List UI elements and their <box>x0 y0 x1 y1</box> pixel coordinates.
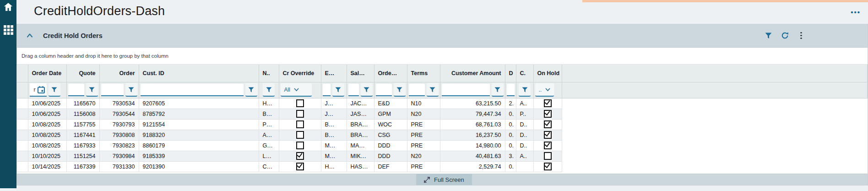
cell-on-hold[interactable] <box>533 151 562 161</box>
row-indicator[interactable] <box>17 98 28 109</box>
cell-orde[interactable]: DDD <box>374 140 407 151</box>
overflow-menu-icon[interactable]: ••• <box>851 8 861 16</box>
cell-sal[interactable]: BRA… <box>347 119 374 130</box>
cell-cust-id[interactable]: 9121554 <box>139 119 259 130</box>
on-hold-checkbox[interactable] <box>544 142 552 149</box>
cell-terms[interactable]: N20 <box>407 109 440 119</box>
cell-cr-override[interactable] <box>279 151 321 161</box>
kebab-menu-button[interactable] <box>797 32 805 40</box>
cell-order[interactable]: 7930823 <box>99 140 139 151</box>
row-indicator[interactable] <box>17 151 28 161</box>
header-order-date[interactable]: Order Date <box>28 65 66 82</box>
cell-order-date[interactable]: 10/08/2025 <box>28 140 66 151</box>
sal-filter-input[interactable] <box>348 84 359 96</box>
cell-orde[interactable]: CSG <box>374 130 407 140</box>
cell-cust-id[interactable]: 9188320 <box>139 130 259 140</box>
cell-order-date[interactable]: 10/06/2025 <box>28 98 66 109</box>
cell-cr-override[interactable] <box>279 140 321 151</box>
cell-n[interactable]: B… <box>259 109 279 119</box>
order-date-funnel-button[interactable] <box>49 83 60 97</box>
e-funnel-button[interactable] <box>332 83 344 97</box>
on-hold-filter-select[interactable]: .. <box>535 83 554 97</box>
header-customer-amount[interactable]: Customer Amount <box>440 65 505 82</box>
cell-cust-id[interactable]: 9201390 <box>139 161 259 172</box>
cell-customer-amount[interactable]: 14,980.00 <box>440 140 505 151</box>
cell-d[interactable]: 2. <box>505 98 516 109</box>
cell-order-date[interactable]: 10/08/2025 <box>28 119 66 130</box>
header-order[interactable]: Order <box>99 65 139 82</box>
cell-orde[interactable]: E&D <box>374 98 407 109</box>
cell-customer-amount[interactable]: 40,481.63 <box>440 151 505 161</box>
header-d[interactable]: D <box>505 65 516 82</box>
on-hold-checkbox[interactable] <box>544 99 552 107</box>
cell-order[interactable]: 7930534 <box>99 98 139 109</box>
cell-c[interactable]: P.. <box>516 109 533 119</box>
d-filter-input[interactable] <box>507 84 515 96</box>
cell-cust-id[interactable]: 8785792 <box>139 109 259 119</box>
header-on-hold[interactable]: On Hold <box>533 65 562 82</box>
cell-c[interactable]: A.. <box>516 151 533 161</box>
cell-c[interactable] <box>516 161 533 172</box>
cell-e[interactable]: H… <box>321 161 347 172</box>
cell-terms[interactable]: PRE <box>407 130 440 140</box>
e-filter-input[interactable] <box>323 84 331 96</box>
full-screen-button[interactable]: Full Screen <box>416 174 472 185</box>
sal-funnel-button[interactable] <box>361 83 373 97</box>
on-hold-checkbox[interactable] <box>544 120 552 128</box>
cr-override-checkbox[interactable] <box>296 110 304 118</box>
cell-quote[interactable]: 1167933 <box>66 140 99 151</box>
cr-override-checkbox[interactable] <box>296 120 304 128</box>
cell-n[interactable]: C… <box>259 161 279 172</box>
on-hold-checkbox[interactable] <box>544 163 552 170</box>
cell-order-date[interactable]: 10/06/2025 <box>28 109 66 119</box>
cell-on-hold[interactable] <box>533 161 562 172</box>
cell-e[interactable]: J… <box>321 109 347 119</box>
cell-quote[interactable]: 1167441 <box>66 130 99 140</box>
cell-sal[interactable]: JAS… <box>347 109 374 119</box>
calendar-icon[interactable] <box>37 86 45 94</box>
cr-override-checkbox[interactable] <box>296 152 304 160</box>
cell-d[interactable]: 0. <box>505 140 516 151</box>
cell-quote[interactable]: 1151254 <box>66 151 99 161</box>
cell-quote[interactable]: 1156008 <box>66 109 99 119</box>
cell-sal[interactable]: BRA… <box>347 130 374 140</box>
cell-order-date[interactable]: 10/14/2025 <box>28 161 66 172</box>
order-date-filter[interactable]: r <box>30 83 47 97</box>
header-sal[interactable]: Sal… <box>347 65 374 82</box>
header-cr-override[interactable]: Cr Override <box>279 65 321 82</box>
apps-button[interactable] <box>0 23 16 38</box>
header-n[interactable]: N.. <box>259 65 279 82</box>
terms-filter-input[interactable] <box>409 84 425 96</box>
cell-cr-override[interactable] <box>279 109 321 119</box>
cell-cr-override[interactable] <box>279 98 321 109</box>
cell-d[interactable]: 3. <box>505 151 516 161</box>
cell-order-date[interactable]: 10/10/2025 <box>28 151 66 161</box>
c-funnel-button[interactable] <box>519 83 531 97</box>
refresh-button[interactable] <box>781 32 789 40</box>
cell-c[interactable]: D.. <box>516 130 533 140</box>
cell-c[interactable]: D.. <box>516 119 533 130</box>
cell-on-hold[interactable] <box>533 119 562 130</box>
cell-order[interactable]: 7930808 <box>99 130 139 140</box>
cell-c[interactable]: D.. <box>516 140 533 151</box>
cell-on-hold[interactable] <box>533 109 562 119</box>
cell-orde[interactable]: DDD <box>374 151 407 161</box>
collapse-button[interactable] <box>27 33 33 38</box>
cell-e[interactable]: J… <box>321 98 347 109</box>
row-indicator[interactable] <box>17 130 28 140</box>
cell-quote[interactable]: 1167339 <box>66 161 99 172</box>
cell-d[interactable]: 0. <box>505 161 516 172</box>
cell-cust-id[interactable]: 9185339 <box>139 151 259 161</box>
cell-order[interactable]: 7931330 <box>99 161 139 172</box>
cell-n[interactable]: L… <box>259 151 279 161</box>
cell-c[interactable]: A.. <box>516 98 533 109</box>
cell-d[interactable]: 0. <box>505 119 516 130</box>
row-indicator[interactable] <box>17 161 28 172</box>
filter-button[interactable] <box>764 32 772 40</box>
cell-terms[interactable]: PRE <box>407 119 440 130</box>
header-quote[interactable]: Quote <box>66 65 99 82</box>
row-indicator[interactable] <box>17 109 28 119</box>
cell-e[interactable]: M… <box>321 140 347 151</box>
cr-override-checkbox[interactable] <box>296 142 304 149</box>
cell-n[interactable]: P… <box>259 119 279 130</box>
